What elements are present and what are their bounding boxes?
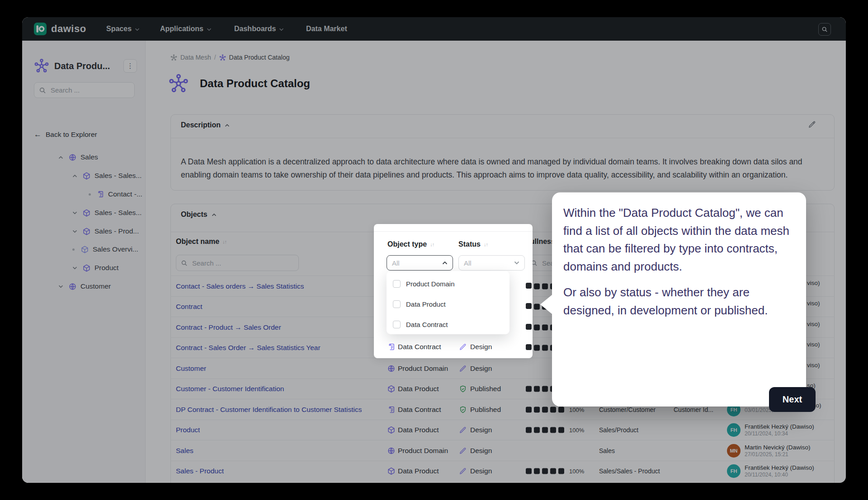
dropdown-option-data-product[interactable]: Data Product <box>387 295 509 313</box>
dropdown-option-data-contract[interactable]: Data Contract <box>387 315 509 333</box>
checkbox[interactable] <box>393 300 401 308</box>
next-button[interactable]: Next <box>769 387 816 412</box>
design-pencil-icon <box>459 343 467 350</box>
chevron-down-icon <box>514 261 519 265</box>
spotlight-row-cells: Data Contract Design <box>374 341 533 353</box>
checkbox[interactable] <box>393 321 401 328</box>
app-window: dawiso Spaces Applications Dashboards Da… <box>22 17 846 483</box>
object-type-dropdown: Product Domain Data Product Data Contrac… <box>387 271 509 334</box>
fullness-bar <box>526 303 533 309</box>
sort-icon[interactable]: ↓↑ <box>430 242 434 247</box>
chevron-up-icon <box>442 261 448 265</box>
sort-icon[interactable]: ↓↑ <box>484 242 488 247</box>
object-type-filter-select[interactable]: All <box>387 255 453 271</box>
fullness-bar <box>526 324 533 330</box>
data-contract-icon <box>387 343 395 351</box>
column-header-object-type: Object type↓↑ <box>387 240 434 248</box>
checkbox[interactable] <box>393 280 401 288</box>
tour-tooltip: Within the "Data Product Catalog", we ca… <box>552 192 806 407</box>
fullness-bar <box>526 283 533 289</box>
column-header-status: Status↓↑ <box>458 240 488 248</box>
app-root: dawiso Spaces Applications Dashboards Da… <box>0 0 868 500</box>
status-filter-select[interactable]: All <box>458 255 525 271</box>
tour-paragraph-2: Or also by status - whether they are des… <box>563 284 798 319</box>
dropdown-option-product-domain[interactable]: Product Domain <box>387 275 509 293</box>
tour-paragraph-1: Within the "Data Product Catalog", we ca… <box>563 204 798 276</box>
tooltip-pointer <box>540 294 552 314</box>
tour-spotlight: Object type↓↑ Status↓↑ All All Data Cont… <box>374 224 533 358</box>
